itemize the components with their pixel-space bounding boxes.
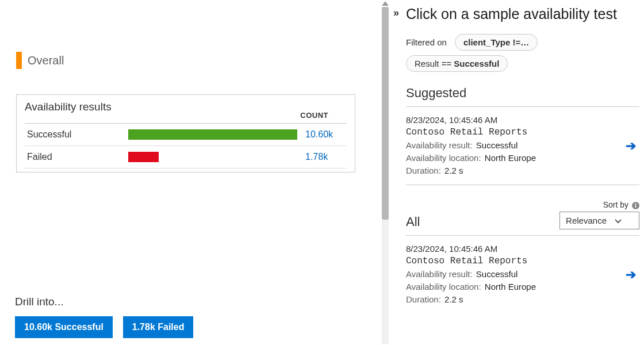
kv-key: Availability location: — [406, 153, 481, 163]
sort-by-label: Sort by — [603, 200, 628, 209]
drill-into-section: Drill into... 10.60k Successful 1.78k Fa… — [15, 296, 201, 338]
all-header: All — [406, 214, 420, 229]
overall-header: Overall — [16, 52, 366, 69]
kv-key: Duration: — [406, 166, 441, 175]
vertical-scrollbar[interactable] — [379, 0, 391, 345]
row-label: Failed — [27, 152, 128, 162]
kv-key: Availability result: — [406, 269, 473, 279]
filter-chip-result[interactable]: Result ==Successful — [406, 55, 508, 72]
filter-chip-client-type[interactable]: client_Type !=… — [455, 34, 538, 51]
sort-block: Sort by i Relevance — [559, 200, 639, 229]
open-sample-arrow-icon[interactable]: ➔ — [626, 267, 636, 282]
bar-wrap — [128, 152, 297, 162]
chip-value: … — [520, 37, 529, 47]
kv-value: Successful — [476, 140, 518, 150]
samples-pane: » Click on a sample availability test Fi… — [391, 0, 644, 345]
availability-results-card: Availability results COUNT Successful 10… — [16, 94, 355, 172]
bar-successful — [128, 129, 297, 140]
bar-failed — [128, 152, 159, 162]
chevron-down-icon — [615, 216, 622, 225]
sample-name: Contoso Retail Reports — [406, 127, 639, 137]
row-count-link[interactable]: 1.78k — [305, 152, 347, 162]
chip-operator: Result == — [415, 59, 451, 68]
result-row-successful[interactable]: Successful 10.60k — [25, 124, 347, 146]
expand-panel-icon[interactable]: » — [393, 7, 397, 19]
chip-operator: client_Type != — [463, 37, 520, 47]
panel-title: Click on a sample availability test — [406, 6, 639, 22]
kv-key: Availability location: — [406, 282, 481, 292]
sample-item[interactable]: 8/23/2024, 10:45:46 AM Contoso Retail Re… — [406, 107, 639, 185]
suggested-header: Suggested — [406, 86, 639, 101]
kv-value: North Europe — [485, 282, 536, 292]
section-accent-bar — [16, 52, 22, 69]
kv-value: North Europe — [485, 153, 536, 163]
sort-value: Relevance — [566, 216, 607, 225]
drill-failed-button[interactable]: 1.78k Failed — [123, 316, 194, 338]
drill-successful-button[interactable]: 10.60k Successful — [15, 316, 113, 338]
result-row-failed[interactable]: Failed 1.78k — [25, 146, 347, 168]
kv-value: Successful — [476, 269, 518, 279]
open-sample-arrow-icon[interactable]: ➔ — [626, 139, 636, 154]
scroll-thumb[interactable] — [382, 7, 389, 220]
row-label: Successful — [27, 129, 128, 140]
sample-timestamp: 8/23/2024, 10:45:46 AM — [406, 244, 639, 254]
kv-key: Duration: — [406, 294, 441, 304]
kv-value: 2.2 s — [444, 166, 463, 175]
bar-wrap — [128, 129, 297, 140]
overview-pane: Overall Availability results COUNT Succe… — [0, 0, 379, 345]
drill-into-label: Drill into... — [15, 296, 201, 308]
sample-timestamp: 8/23/2024, 10:45:46 AM — [406, 115, 639, 125]
scroll-up-arrow-icon[interactable] — [382, 1, 389, 6]
sort-dropdown[interactable]: Relevance — [559, 212, 639, 229]
sample-item[interactable]: 8/23/2024, 10:45:46 AM Contoso Retail Re… — [406, 236, 639, 313]
all-header-row: All Sort by i Relevance — [406, 200, 639, 229]
kv-value: 2.2 s — [444, 294, 463, 304]
chip-value: Successful — [454, 59, 499, 68]
sample-name: Contoso Retail Reports — [406, 256, 639, 266]
count-column-header: COUNT — [300, 111, 328, 120]
scroll-track[interactable] — [382, 7, 389, 344]
filtered-on-label: Filtered on — [406, 37, 447, 47]
kv-key: Availability result: — [406, 140, 473, 150]
overall-label: Overall — [28, 54, 64, 67]
info-icon[interactable]: i — [632, 202, 639, 209]
row-count-link[interactable]: 10.60k — [305, 129, 347, 140]
filter-row: Filtered on client_Type !=… Result ==Suc… — [406, 34, 639, 72]
